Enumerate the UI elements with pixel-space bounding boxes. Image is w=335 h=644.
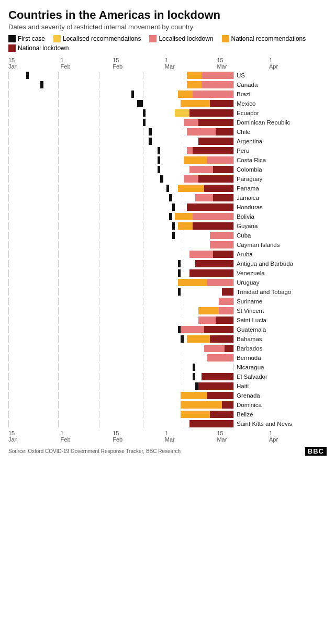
bar-segment-fc [131,91,135,98]
gridline [8,364,9,371]
bar-area [8,100,233,107]
nat-rec-swatch [222,35,229,42]
gridline [58,81,59,88]
gridline [143,364,143,371]
bar-segment-fc [178,269,181,277]
country-label: Jamaica [233,195,259,201]
bar-segment-nl [189,269,233,277]
bar-area [8,128,233,135]
gridline [99,251,99,258]
gridline [184,420,184,427]
gridline [99,138,99,145]
gridline [58,382,59,390]
country-label: Canada [233,82,258,88]
table-row: El Salvador [8,372,327,381]
bar-segment-nr [181,411,210,418]
country-label: Costa Rica [233,157,266,163]
country-label: Grenada [233,392,260,399]
gridline [99,269,99,277]
bar-area [8,269,233,277]
legend-loc-lock: Localised lockdown [149,35,213,42]
bar-segment-fc [172,204,175,211]
gridline [58,241,59,248]
gridline [58,317,59,324]
country-label: Dominican Republic [233,119,290,126]
bar-segment-nl [187,204,233,211]
gridline [99,345,99,352]
bar-segment-ll [198,317,216,324]
gridline [143,288,143,296]
bar-area [8,354,233,361]
country-label: Antigua and Barbuda [233,261,293,267]
table-row: Bermuda [8,353,327,363]
bar-area [8,175,233,183]
bar-segment-fc [178,260,181,267]
bar-segment-nl [216,317,233,324]
bar-area [8,204,233,211]
bar-segment-nl [198,382,233,390]
gridline [58,128,59,135]
country-label: Panama [233,185,259,191]
bar-segment-nr [187,335,210,343]
country-label: Mexico [233,100,255,107]
gridline [99,81,99,88]
gridline [8,354,9,361]
bar-segment-ll [210,241,233,248]
loc-lock-swatch [149,35,157,42]
gridline [99,109,99,117]
bar-segment-nl [198,175,233,183]
table-row: Barbados [8,344,327,353]
gridline [143,100,143,107]
gridline [143,128,143,135]
bar-area [8,241,233,248]
gridline [58,109,59,117]
source-text: Source: Oxford COVID-19 Government Respo… [8,448,181,454]
gridline [184,288,184,296]
gridline [8,91,9,98]
bar-segment-ll [181,326,204,333]
gridline [8,326,9,333]
bar-segment-fc [193,364,196,371]
bar-area [8,279,233,286]
table-row: Trinidad and Tobago [8,287,327,297]
bar-segment-fc [137,100,143,107]
gridline [99,147,99,154]
gridline [184,345,184,352]
bar-segment-fc [178,288,181,296]
gridline [143,373,143,380]
gridline [143,354,143,361]
legend-nat-lock: National lockdown [8,44,69,52]
gridline [8,307,9,314]
legend-first-case: First case [8,35,45,42]
bar-area [8,373,233,380]
gridline [143,185,143,192]
gridline [99,373,99,380]
bar-area [8,420,233,427]
gridline [8,175,9,183]
gridline [58,194,59,201]
bar-area [8,156,233,164]
bar-area [8,251,233,258]
gridline [58,119,59,126]
table-row: Mexico [8,99,327,108]
table-row: Costa Rica [8,155,327,165]
bar-area [8,335,233,343]
loc-rec-swatch [53,35,61,42]
bar-segment-nl [198,138,233,145]
country-label: St Vincent [233,308,264,314]
gridline [143,317,143,324]
bar-area [8,119,233,126]
gridline [58,100,59,107]
gridline [8,232,9,239]
gridline [143,91,143,98]
table-row: Saint Lucia [8,315,327,325]
country-label: Saint Kitts and Nevis [233,421,292,427]
legend-nat-lock-label: National lockdown [18,44,69,52]
bar-segment-fc [158,166,161,173]
country-label: Ecuador [233,110,259,116]
bar-segment-nl [210,335,233,343]
table-row: Antigua and Barbuda [8,259,327,268]
table-row: Guatemala [8,325,327,334]
table-row: Bolivia [8,212,327,221]
gridline [8,298,9,305]
